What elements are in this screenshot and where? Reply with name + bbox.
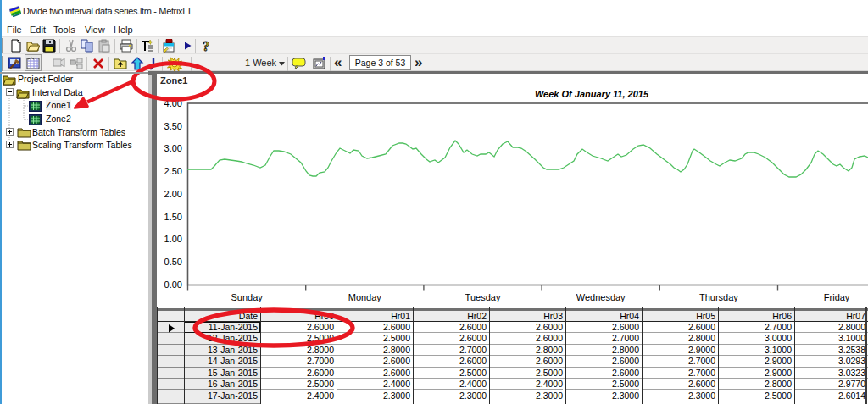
svg-text:?: ?	[203, 39, 209, 53]
